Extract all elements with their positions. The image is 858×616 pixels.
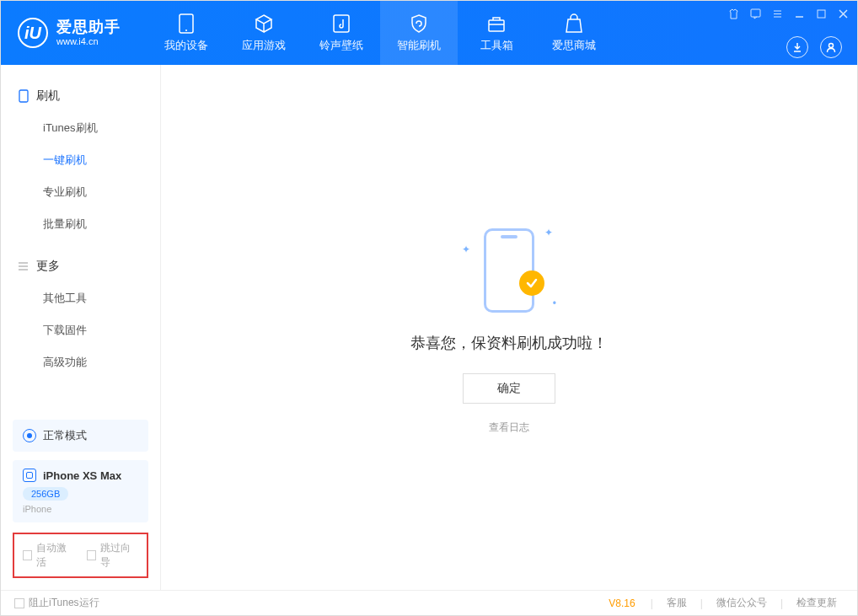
bag-icon bbox=[564, 13, 584, 34]
footer-link-update[interactable]: 检查更新 bbox=[790, 596, 844, 610]
close-icon[interactable] bbox=[837, 8, 849, 19]
tab-label: 工具箱 bbox=[480, 38, 513, 53]
app-header: iU 爱思助手 www.i4.cn 我的设备 应用游戏 铃声壁纸 智能刷机 工具… bbox=[1, 1, 857, 65]
music-note-icon bbox=[331, 13, 351, 34]
tab-apps-games[interactable]: 应用游戏 bbox=[225, 1, 303, 65]
footer-link-service[interactable]: 客服 bbox=[660, 596, 694, 610]
tab-ringtone-wallpaper[interactable]: 铃声壁纸 bbox=[303, 1, 380, 65]
section-title: 更多 bbox=[36, 259, 60, 274]
app-logo-icon: iU bbox=[18, 18, 48, 48]
checkbox-auto-activate[interactable]: 自动激活 bbox=[23, 541, 75, 570]
download-icon[interactable] bbox=[786, 36, 808, 58]
status-bar: 阻止iTunes运行 V8.16 | 客服 | 微信公众号 | 检查更新 bbox=[1, 590, 857, 615]
sidebar-item-itunes-flash[interactable]: iTunes刷机 bbox=[1, 112, 160, 144]
checkbox-icon bbox=[14, 598, 24, 608]
sidebar-section-flash: 刷机 bbox=[1, 80, 160, 112]
success-message: 恭喜您，保资料刷机成功啦！ bbox=[410, 333, 608, 353]
main-content: ✦ ✦ • 恭喜您，保资料刷机成功啦！ 确定 查看日志 bbox=[161, 65, 857, 590]
app-title: 爱思助手 bbox=[56, 19, 121, 36]
sidebar-item-other-tools[interactable]: 其他工具 bbox=[1, 282, 160, 314]
checkbox-icon bbox=[23, 550, 32, 560]
view-log-link[interactable]: 查看日志 bbox=[489, 420, 529, 435]
app-subtitle: www.i4.cn bbox=[56, 36, 121, 46]
logo-area: iU 爱思助手 www.i4.cn bbox=[1, 18, 137, 48]
list-icon bbox=[18, 260, 29, 272]
phone-icon bbox=[18, 90, 29, 102]
tab-label: 智能刷机 bbox=[397, 38, 441, 53]
toolbox-icon bbox=[486, 13, 507, 34]
menu-icon[interactable] bbox=[771, 8, 783, 19]
checkmark-badge-icon bbox=[519, 271, 544, 296]
tab-label: 铃声壁纸 bbox=[319, 38, 363, 53]
mode-dot-icon bbox=[23, 429, 36, 442]
sidebar-item-batch-flash[interactable]: 批量刷机 bbox=[1, 208, 160, 240]
confirm-button[interactable]: 确定 bbox=[463, 373, 555, 404]
checkbox-block-itunes[interactable]: 阻止iTunes运行 bbox=[14, 596, 99, 610]
nav-tabs: 我的设备 应用游戏 铃声壁纸 智能刷机 工具箱 爱思商城 bbox=[147, 1, 613, 65]
svg-rect-4 bbox=[751, 9, 760, 17]
svg-rect-2 bbox=[334, 15, 349, 32]
svg-rect-7 bbox=[19, 90, 28, 102]
tab-store[interactable]: 爱思商城 bbox=[535, 1, 613, 65]
device-small-icon bbox=[23, 469, 36, 482]
tab-label: 爱思商城 bbox=[552, 38, 596, 53]
shield-refresh-icon bbox=[409, 13, 429, 34]
success-illustration: ✦ ✦ • bbox=[458, 220, 560, 321]
mode-label: 正常模式 bbox=[43, 428, 87, 443]
sidebar-item-oneclick-flash[interactable]: 一键刷机 bbox=[1, 144, 160, 176]
sparkle-icon: ✦ bbox=[544, 227, 553, 238]
device-type: iPhone bbox=[23, 504, 138, 514]
skin-icon[interactable] bbox=[727, 8, 739, 19]
svg-rect-3 bbox=[489, 20, 504, 31]
svg-point-6 bbox=[829, 44, 834, 48]
svg-point-1 bbox=[185, 29, 187, 31]
sparkle-icon: • bbox=[553, 297, 556, 309]
checkbox-icon bbox=[87, 550, 96, 560]
tab-smart-flash[interactable]: 智能刷机 bbox=[380, 1, 458, 65]
tab-label: 应用游戏 bbox=[242, 38, 286, 53]
tab-my-device[interactable]: 我的设备 bbox=[147, 1, 225, 65]
highlighted-options: 自动激活 跳过向导 bbox=[13, 533, 148, 578]
version-label: V8.16 bbox=[609, 597, 635, 609]
footer-link-wechat[interactable]: 微信公众号 bbox=[710, 596, 774, 610]
sidebar-item-download-firmware[interactable]: 下载固件 bbox=[1, 314, 160, 346]
section-title: 刷机 bbox=[36, 88, 60, 104]
device-name: iPhone XS Max bbox=[43, 469, 121, 482]
sidebar-item-advanced[interactable]: 高级功能 bbox=[1, 346, 160, 378]
mode-card[interactable]: 正常模式 bbox=[13, 420, 148, 452]
header-right-actions bbox=[786, 36, 842, 58]
checkbox-skip-guide[interactable]: 跳过向导 bbox=[87, 541, 139, 570]
sidebar: 刷机 iTunes刷机 一键刷机 专业刷机 批量刷机 更多 其他工具 下载固件 … bbox=[1, 65, 161, 590]
titlebar-controls bbox=[727, 8, 849, 19]
tab-label: 我的设备 bbox=[164, 38, 208, 53]
sidebar-item-pro-flash[interactable]: 专业刷机 bbox=[1, 176, 160, 208]
checkbox-label: 阻止iTunes运行 bbox=[29, 596, 99, 610]
tab-toolbox[interactable]: 工具箱 bbox=[458, 1, 535, 65]
device-capacity: 256GB bbox=[23, 487, 68, 501]
cube-icon bbox=[254, 13, 274, 34]
checkbox-label: 自动激活 bbox=[36, 541, 74, 570]
sparkle-icon: ✦ bbox=[462, 244, 470, 255]
maximize-icon[interactable] bbox=[815, 8, 827, 19]
checkbox-label: 跳过向导 bbox=[100, 541, 138, 570]
sidebar-section-more: 更多 bbox=[1, 250, 160, 282]
minimize-icon[interactable] bbox=[793, 8, 805, 19]
feedback-icon[interactable] bbox=[749, 8, 761, 19]
svg-rect-5 bbox=[818, 10, 825, 18]
user-icon[interactable] bbox=[820, 36, 842, 58]
device-icon bbox=[176, 13, 196, 34]
device-card[interactable]: iPhone XS Max 256GB iPhone bbox=[13, 460, 148, 522]
